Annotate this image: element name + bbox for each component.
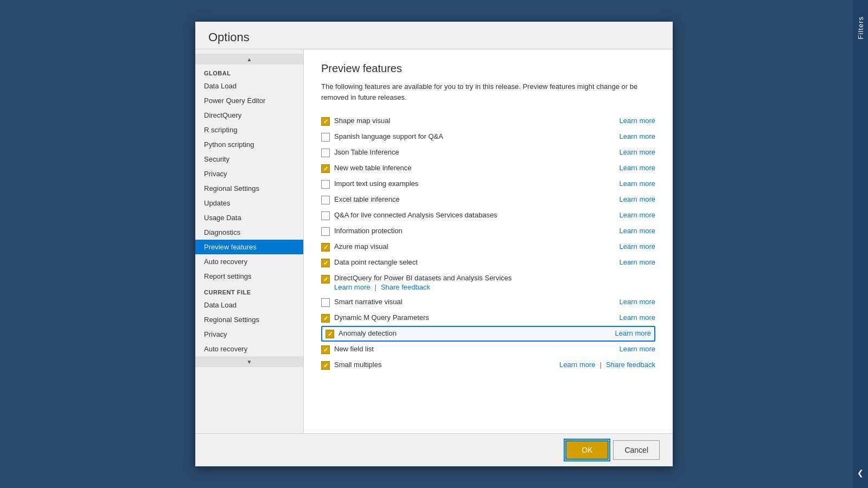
links-directquery-pbi: Learn more | Share feedback — [334, 283, 512, 291]
sidebar-item-cf-regional-settings[interactable]: Regional Settings — [195, 312, 303, 327]
checkbox-qa-live[interactable] — [321, 211, 330, 220]
cancel-button[interactable]: Cancel — [613, 440, 660, 460]
label-azure-map: Azure map visual — [334, 242, 615, 251]
checkbox-smart-narrative[interactable] — [321, 298, 330, 307]
learn-more-import-text[interactable]: Learn more — [620, 179, 655, 188]
share-feedback-small-multiples[interactable]: Share feedback — [606, 361, 655, 369]
feature-item-anomaly-detection: Anomaly detection Learn more — [321, 326, 655, 342]
links-qa-live: Learn more — [620, 211, 655, 219]
learn-more-data-point-rect[interactable]: Learn more — [620, 258, 655, 266]
sidebar-item-regional-settings[interactable]: Regional Settings — [195, 181, 303, 196]
label-json-table: Json Table Inference — [334, 148, 615, 156]
links-azure-map: Learn more — [620, 242, 655, 251]
sidebar-item-privacy[interactable]: Privacy — [195, 166, 303, 181]
learn-more-spanish-qa[interactable]: Learn more — [620, 132, 655, 140]
sidebar-item-diagnostics[interactable]: Diagnostics — [195, 225, 303, 240]
feature-item-directquery-pbi: DirectQuery for Power BI datasets and An… — [321, 271, 655, 294]
links-new-web-table: Learn more — [620, 164, 655, 172]
dialog-footer: OK Cancel — [195, 433, 673, 466]
feature-item-qa-live: Q&A for live connected Analysis Services… — [321, 208, 655, 223]
label-import-text: Import text using examples — [334, 179, 615, 188]
sidebar-item-python-scripting[interactable]: Python scripting — [195, 137, 303, 152]
links-json-table: Learn more — [620, 148, 655, 156]
sidebar-item-cf-auto-recovery[interactable]: Auto recovery — [195, 342, 303, 356]
sidebar-item-power-query-editor[interactable]: Power Query Editor — [195, 93, 303, 108]
sidebar-item-security[interactable]: Security — [195, 152, 303, 166]
sidebar-scroll-up[interactable]: ▲ — [195, 54, 303, 65]
learn-more-directquery-pbi[interactable]: Learn more — [334, 283, 370, 291]
checkbox-anomaly-detection[interactable] — [326, 330, 334, 338]
share-feedback-directquery-pbi[interactable]: Share feedback — [381, 283, 430, 291]
sep-directquery-pbi: | — [374, 283, 376, 291]
links-data-point-rect: Learn more — [620, 258, 655, 266]
links-new-field-list: Learn more — [620, 345, 655, 353]
label-spanish-qa: Spanish language support for Q&A — [334, 132, 615, 140]
sidebar-item-updates[interactable]: Updates — [195, 196, 303, 210]
label-dynamic-m: Dynamic M Query Parameters — [334, 313, 615, 322]
learn-more-qa-live[interactable]: Learn more — [620, 211, 655, 219]
learn-more-dynamic-m[interactable]: Learn more — [620, 313, 655, 322]
learn-more-smart-narrative[interactable]: Learn more — [620, 298, 655, 306]
learn-more-small-multiples[interactable]: Learn more — [559, 361, 595, 369]
checkbox-spanish-qa[interactable] — [321, 133, 330, 142]
learn-more-new-field-list[interactable]: Learn more — [620, 345, 655, 353]
checkbox-json-table[interactable] — [321, 149, 330, 157]
checkbox-shape-map[interactable] — [321, 117, 330, 126]
sidebar-item-cf-privacy[interactable]: Privacy — [195, 327, 303, 342]
feature-item-spanish-qa: Spanish language support for Q&A Learn m… — [321, 129, 655, 145]
filters-label: Filters — [857, 16, 865, 39]
dialog-title: Options — [195, 22, 673, 49]
checkbox-import-text[interactable] — [321, 180, 330, 189]
learn-more-shape-map[interactable]: Learn more — [620, 117, 655, 125]
learn-more-azure-map[interactable]: Learn more — [620, 242, 655, 251]
sidebar-item-auto-recovery[interactable]: Auto recovery — [195, 254, 303, 269]
sidebar-item-directquery[interactable]: DirectQuery — [195, 108, 303, 123]
ok-button[interactable]: OK — [565, 440, 609, 460]
checkbox-new-web-table[interactable] — [321, 164, 330, 173]
sidebar-item-report-settings[interactable]: Report settings — [195, 269, 303, 284]
filters-chevron-left[interactable]: ❮ — [857, 468, 864, 477]
links-shape-map: Learn more — [620, 117, 655, 125]
sidebar-item-cf-data-load[interactable]: Data Load — [195, 298, 303, 312]
learn-more-new-web-table[interactable]: Learn more — [620, 164, 655, 172]
links-smart-narrative: Learn more — [620, 298, 655, 306]
checkbox-data-point-rect[interactable] — [321, 259, 330, 267]
feature-item-dynamic-m: Dynamic M Query Parameters Learn more — [321, 310, 655, 326]
learn-more-json-table[interactable]: Learn more — [620, 148, 655, 156]
feature-list: Shape map visual Learn more Spanish lang… — [321, 113, 655, 373]
feature-item-import-text: Import text using examples Learn more — [321, 176, 655, 192]
sidebar-item-preview-features[interactable]: Preview features — [195, 240, 303, 254]
checkbox-new-field-list[interactable] — [321, 345, 330, 354]
feature-item-azure-map: Azure map visual Learn more — [321, 239, 655, 255]
sidebar-scroll-down[interactable]: ▼ — [195, 356, 303, 367]
links-spanish-qa: Learn more — [620, 132, 655, 140]
checkbox-dynamic-m[interactable] — [321, 314, 330, 323]
feature-item-smart-narrative: Smart narrative visual Learn more — [321, 294, 655, 310]
learn-more-excel-table[interactable]: Learn more — [620, 195, 655, 203]
learn-more-info-protection[interactable]: Learn more — [620, 227, 655, 235]
sep-small-multiples: | — [600, 361, 602, 369]
checkbox-excel-table[interactable] — [321, 196, 330, 204]
sidebar-item-usage-data[interactable]: Usage Data — [195, 210, 303, 225]
feature-item-small-multiples: Small multiples Learn more | Share feedb… — [321, 357, 655, 373]
label-smart-narrative: Smart narrative visual — [334, 298, 615, 306]
label-data-point-rect: Data point rectangle select — [334, 258, 615, 266]
checkbox-azure-map[interactable] — [321, 243, 330, 252]
sidebar-item-r-scripting[interactable]: R scripting — [195, 123, 303, 137]
label-anomaly-detection: Anomaly detection — [339, 329, 611, 337]
learn-more-anomaly-detection[interactable]: Learn more — [615, 329, 651, 337]
content-description: The following features are available for… — [321, 81, 655, 102]
feature-item-new-field-list: New field list Learn more — [321, 342, 655, 357]
checkbox-directquery-pbi[interactable] — [321, 275, 330, 284]
feature-item-excel-table: Excel table inference Learn more — [321, 192, 655, 208]
links-excel-table: Learn more — [620, 195, 655, 203]
links-anomaly-detection: Learn more — [615, 329, 651, 337]
current-file-section-header: CURRENT FILE — [195, 284, 303, 298]
feature-item-new-web-table: New web table inference Learn more — [321, 160, 655, 176]
checkbox-info-protection[interactable] — [321, 227, 330, 236]
feature-item-data-point-rect: Data point rectangle select Learn more — [321, 255, 655, 271]
main-content: Preview features The following features … — [304, 49, 673, 433]
checkbox-small-multiples[interactable] — [321, 361, 330, 370]
sidebar-item-data-load[interactable]: Data Load — [195, 79, 303, 93]
directquery-pbi-inner: DirectQuery for Power BI datasets and An… — [334, 274, 512, 291]
